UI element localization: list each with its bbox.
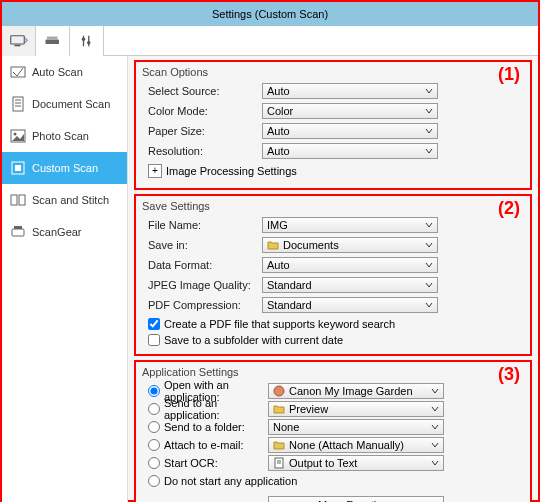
window-title: Settings (Custom Scan) [212, 8, 328, 20]
svg-rect-0 [10, 36, 24, 44]
svg-rect-3 [47, 37, 58, 40]
chevron-down-icon [423, 279, 435, 291]
attach-email-combo[interactable]: None (Attach Manually) [268, 437, 444, 453]
svg-rect-19 [12, 229, 24, 236]
custom-scan-icon [10, 160, 26, 176]
chevron-down-icon [429, 385, 441, 397]
sidebar-item-label: ScanGear [32, 226, 82, 238]
svg-rect-17 [11, 195, 17, 205]
resolution-label: Resolution: [142, 145, 262, 157]
radio-do-not-start[interactable] [148, 475, 160, 487]
sidebar-item-custom-scan[interactable]: Custom Scan [2, 152, 127, 184]
svg-point-21 [274, 386, 284, 396]
top-tabbar [2, 26, 538, 56]
subfolder-checkbox[interactable] [148, 334, 160, 346]
photo-icon [10, 128, 26, 144]
folder-icon [267, 239, 279, 251]
chevron-down-icon [429, 421, 441, 433]
chevron-down-icon [423, 85, 435, 97]
app-icon [273, 385, 285, 397]
color-mode-combo[interactable]: Color [262, 103, 438, 119]
chevron-down-icon [423, 219, 435, 231]
tab-general-settings[interactable] [70, 26, 104, 56]
scanner-icon [44, 34, 62, 48]
pdf-compression-label: PDF Compression: [142, 299, 262, 311]
chevron-down-icon [429, 403, 441, 415]
sidebar-item-label: Auto Scan [32, 66, 83, 78]
sliders-icon [78, 34, 96, 48]
window-titlebar: Settings (Custom Scan) [2, 2, 538, 26]
sidebar-item-document-scan[interactable]: Document Scan [2, 88, 127, 120]
annotation-3: (3) [498, 364, 520, 385]
sidebar: Auto Scan Document Scan Photo Scan Custo… [2, 56, 128, 502]
send-to-app-combo[interactable]: Preview [268, 401, 444, 417]
folder-icon [273, 403, 285, 415]
radio-send-to-app[interactable] [148, 403, 160, 415]
chevron-down-icon [423, 239, 435, 251]
expand-image-processing[interactable]: + [148, 164, 162, 178]
group-title: Application Settings [142, 366, 524, 378]
group-scan-options: (1) Scan Options Select Source: Auto Col… [134, 60, 532, 190]
text-icon [273, 457, 285, 469]
annotation-1: (1) [498, 64, 520, 85]
resolution-combo[interactable]: Auto [262, 143, 438, 159]
chevron-down-icon [429, 439, 441, 451]
svg-point-7 [87, 41, 91, 45]
auto-scan-icon [10, 64, 26, 80]
file-name-label: File Name: [142, 219, 262, 231]
chevron-down-icon [423, 125, 435, 137]
paper-size-combo[interactable]: Auto [262, 123, 438, 139]
select-source-label: Select Source: [142, 85, 262, 97]
data-format-combo[interactable]: Auto [262, 257, 438, 273]
sidebar-item-scan-and-stitch[interactable]: Scan and Stitch [2, 184, 127, 216]
svg-rect-20 [14, 226, 22, 229]
radio-open-with-app[interactable] [148, 385, 160, 397]
file-name-combo[interactable]: IMG [262, 217, 438, 233]
save-in-combo[interactable]: Documents [262, 237, 438, 253]
pdf-compression-combo[interactable]: Standard [262, 297, 438, 313]
chevron-down-icon [429, 457, 441, 469]
image-processing-label: Image Processing Settings [166, 165, 297, 177]
svg-rect-16 [15, 165, 21, 171]
send-to-folder-combo[interactable]: None [268, 419, 444, 435]
monitor-icon [10, 34, 28, 48]
chevron-down-icon [423, 259, 435, 271]
sidebar-item-scangear[interactable]: ScanGear [2, 216, 127, 248]
main-panel: (1) Scan Options Select Source: Auto Col… [128, 56, 538, 502]
tab-scan-from-computer[interactable] [2, 26, 36, 56]
data-format-label: Data Format: [142, 259, 262, 271]
group-application-settings: (3) Application Settings Open with an ap… [134, 360, 532, 502]
svg-point-14 [14, 133, 17, 136]
sidebar-item-auto-scan[interactable]: Auto Scan [2, 56, 127, 88]
document-icon [10, 96, 26, 112]
paper-size-label: Paper Size: [142, 125, 262, 137]
sidebar-item-photo-scan[interactable]: Photo Scan [2, 120, 127, 152]
select-source-combo[interactable]: Auto [262, 83, 438, 99]
folder-icon [273, 439, 285, 451]
jpeg-quality-combo[interactable]: Standard [262, 277, 438, 293]
chevron-down-icon [423, 105, 435, 117]
start-ocr-combo[interactable]: Output to Text [268, 455, 444, 471]
subfolder-label: Save to a subfolder with current date [164, 334, 343, 346]
tab-scan-from-panel[interactable] [36, 26, 70, 56]
sidebar-item-label: Scan and Stitch [32, 194, 109, 206]
do-not-start-label: Do not start any application [164, 475, 297, 487]
jpeg-quality-label: JPEG Image Quality: [142, 279, 262, 291]
sidebar-item-label: Custom Scan [32, 162, 98, 174]
pdf-keyword-label: Create a PDF file that supports keyword … [164, 318, 395, 330]
radio-start-ocr[interactable] [148, 457, 160, 469]
radio-send-to-folder[interactable] [148, 421, 160, 433]
stitch-icon [10, 192, 26, 208]
sidebar-item-label: Photo Scan [32, 130, 89, 142]
chevron-down-icon [423, 145, 435, 157]
open-with-app-combo[interactable]: Canon My Image Garden [268, 383, 444, 399]
pdf-keyword-checkbox[interactable] [148, 318, 160, 330]
radio-attach-email[interactable] [148, 439, 160, 451]
send-to-folder-label: Send to a folder: [164, 421, 245, 433]
more-functions-button[interactable]: More Functions [268, 496, 444, 502]
sidebar-item-label: Document Scan [32, 98, 110, 110]
svg-rect-1 [14, 45, 20, 47]
start-ocr-label: Start OCR: [164, 457, 218, 469]
chevron-down-icon [423, 299, 435, 311]
svg-point-6 [81, 38, 85, 42]
